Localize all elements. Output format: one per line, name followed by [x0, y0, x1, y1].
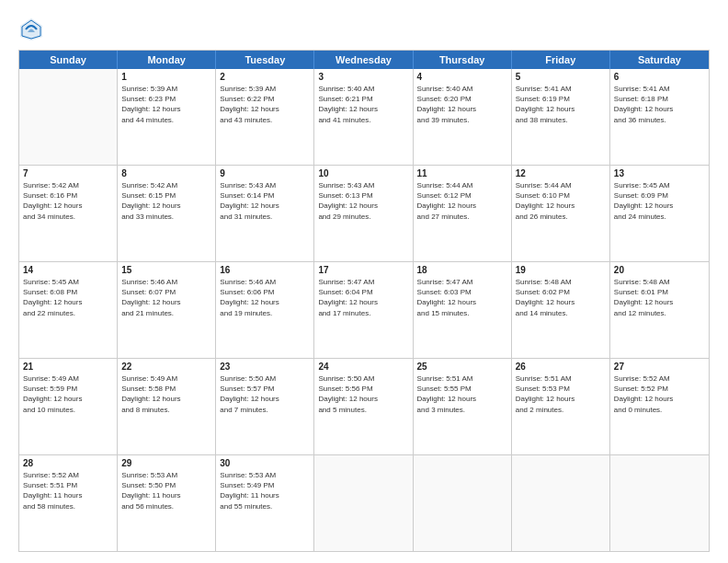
- cell-text: Sunrise: 5:39 AM Sunset: 6:22 PM Dayligh…: [220, 84, 310, 125]
- cal-cell-1-5: 12Sunrise: 5:44 AM Sunset: 6:10 PM Dayli…: [512, 166, 610, 261]
- cal-cell-3-2: 23Sunrise: 5:50 AM Sunset: 5:57 PM Dayli…: [216, 359, 314, 454]
- cal-cell-0-2: 2Sunrise: 5:39 AM Sunset: 6:22 PM Daylig…: [216, 69, 314, 165]
- cell-text: Sunrise: 5:41 AM Sunset: 6:19 PM Dayligh…: [516, 84, 606, 125]
- cell-text: Sunrise: 5:44 AM Sunset: 6:10 PM Dayligh…: [516, 180, 606, 222]
- cell-text: Sunrise: 5:39 AM Sunset: 6:23 PM Dayligh…: [121, 84, 211, 125]
- cell-text: Sunrise: 5:49 AM Sunset: 5:58 PM Dayligh…: [121, 373, 211, 415]
- cell-text: Sunrise: 5:52 AM Sunset: 5:51 PM Dayligh…: [23, 470, 113, 511]
- cal-header-friday: Friday: [512, 51, 610, 69]
- cal-cell-4-4: [414, 455, 512, 551]
- cal-cell-3-3: 24Sunrise: 5:50 AM Sunset: 5:56 PM Dayli…: [314, 359, 413, 454]
- cal-header-thursday: Thursday: [414, 51, 512, 69]
- calendar-header-row: SundayMondayTuesdayWednesdayThursdayFrid…: [19, 51, 709, 69]
- cal-cell-3-1: 22Sunrise: 5:49 AM Sunset: 5:58 PM Dayli…: [118, 359, 216, 454]
- day-number: 8: [121, 168, 211, 178]
- cal-cell-2-0: 14Sunrise: 5:45 AM Sunset: 6:08 PM Dayli…: [19, 262, 118, 358]
- day-number: 24: [318, 362, 408, 372]
- day-number: 15: [121, 265, 211, 275]
- day-number: 10: [318, 168, 408, 178]
- cal-cell-3-0: 21Sunrise: 5:49 AM Sunset: 5:59 PM Dayli…: [19, 359, 118, 454]
- cal-cell-1-0: 7Sunrise: 5:42 AM Sunset: 6:16 PM Daylig…: [19, 166, 118, 261]
- day-number: 25: [417, 362, 507, 372]
- day-number: 2: [220, 72, 310, 82]
- day-number: 17: [318, 265, 408, 275]
- cal-cell-1-3: 10Sunrise: 5:43 AM Sunset: 6:13 PM Dayli…: [314, 166, 413, 261]
- day-number: 6: [614, 72, 705, 82]
- cal-cell-2-2: 16Sunrise: 5:46 AM Sunset: 6:06 PM Dayli…: [216, 262, 314, 358]
- day-number: 4: [417, 72, 507, 82]
- cal-cell-2-4: 18Sunrise: 5:47 AM Sunset: 6:03 PM Dayli…: [414, 262, 512, 358]
- day-number: 16: [220, 265, 310, 275]
- cell-text: Sunrise: 5:50 AM Sunset: 5:56 PM Dayligh…: [318, 373, 408, 415]
- cal-header-monday: Monday: [118, 51, 216, 69]
- day-number: 12: [516, 168, 606, 178]
- cell-text: Sunrise: 5:46 AM Sunset: 6:07 PM Dayligh…: [121, 277, 211, 318]
- cal-cell-4-1: 29Sunrise: 5:53 AM Sunset: 5:50 PM Dayli…: [118, 455, 216, 551]
- cell-text: Sunrise: 5:44 AM Sunset: 6:12 PM Dayligh…: [417, 180, 507, 222]
- calendar: SundayMondayTuesdayWednesdayThursdayFrid…: [18, 50, 710, 552]
- cell-text: Sunrise: 5:53 AM Sunset: 5:49 PM Dayligh…: [220, 470, 310, 511]
- cal-header-wednesday: Wednesday: [314, 51, 413, 69]
- cal-cell-4-0: 28Sunrise: 5:52 AM Sunset: 5:51 PM Dayli…: [19, 455, 118, 551]
- cal-row-3: 21Sunrise: 5:49 AM Sunset: 5:59 PM Dayli…: [19, 359, 709, 455]
- cal-cell-0-1: 1Sunrise: 5:39 AM Sunset: 6:23 PM Daylig…: [118, 69, 216, 165]
- cal-cell-4-3: [314, 455, 413, 551]
- cal-cell-2-6: 20Sunrise: 5:48 AM Sunset: 6:01 PM Dayli…: [610, 262, 709, 358]
- cal-cell-3-5: 26Sunrise: 5:51 AM Sunset: 5:53 PM Dayli…: [512, 359, 610, 454]
- day-number: 7: [23, 168, 113, 178]
- day-number: 27: [614, 362, 705, 372]
- cell-text: Sunrise: 5:51 AM Sunset: 5:55 PM Dayligh…: [417, 373, 507, 415]
- cell-text: Sunrise: 5:40 AM Sunset: 6:21 PM Dayligh…: [318, 84, 408, 125]
- cal-cell-3-4: 25Sunrise: 5:51 AM Sunset: 5:55 PM Dayli…: [414, 359, 512, 454]
- cal-header-saturday: Saturday: [610, 51, 709, 69]
- cell-text: Sunrise: 5:53 AM Sunset: 5:50 PM Dayligh…: [121, 470, 211, 511]
- day-number: 11: [417, 168, 507, 178]
- page: SundayMondayTuesdayWednesdayThursdayFrid…: [0, 0, 728, 563]
- day-number: 26: [516, 362, 606, 372]
- day-number: 1: [121, 72, 211, 82]
- cal-header-sunday: Sunday: [19, 51, 118, 69]
- day-number: 13: [614, 168, 705, 178]
- cell-text: Sunrise: 5:47 AM Sunset: 6:04 PM Dayligh…: [318, 277, 408, 318]
- cell-text: Sunrise: 5:48 AM Sunset: 6:01 PM Dayligh…: [614, 277, 705, 318]
- cal-cell-0-6: 6Sunrise: 5:41 AM Sunset: 6:18 PM Daylig…: [610, 69, 709, 165]
- cal-row-1: 7Sunrise: 5:42 AM Sunset: 6:16 PM Daylig…: [19, 166, 709, 262]
- cell-text: Sunrise: 5:42 AM Sunset: 6:16 PM Dayligh…: [23, 180, 113, 222]
- cell-text: Sunrise: 5:52 AM Sunset: 5:52 PM Dayligh…: [614, 373, 705, 415]
- day-number: 18: [417, 265, 507, 275]
- logo: [18, 17, 48, 42]
- cal-cell-4-2: 30Sunrise: 5:53 AM Sunset: 5:49 PM Dayli…: [216, 455, 314, 551]
- day-number: 30: [220, 458, 310, 468]
- day-number: 9: [220, 168, 310, 178]
- cell-text: Sunrise: 5:45 AM Sunset: 6:08 PM Dayligh…: [23, 277, 113, 318]
- cal-cell-3-6: 27Sunrise: 5:52 AM Sunset: 5:52 PM Dayli…: [610, 359, 709, 454]
- day-number: 28: [23, 458, 113, 468]
- logo-icon: [18, 17, 44, 42]
- cal-cell-0-3: 3Sunrise: 5:40 AM Sunset: 6:21 PM Daylig…: [314, 69, 413, 165]
- calendar-body: 1Sunrise: 5:39 AM Sunset: 6:23 PM Daylig…: [19, 69, 709, 551]
- cell-text: Sunrise: 5:46 AM Sunset: 6:06 PM Dayligh…: [220, 277, 310, 318]
- cell-text: Sunrise: 5:49 AM Sunset: 5:59 PM Dayligh…: [23, 373, 113, 415]
- cal-row-0: 1Sunrise: 5:39 AM Sunset: 6:23 PM Daylig…: [19, 69, 709, 166]
- day-number: 20: [614, 265, 705, 275]
- cal-row-4: 28Sunrise: 5:52 AM Sunset: 5:51 PM Dayli…: [19, 455, 709, 551]
- cell-text: Sunrise: 5:43 AM Sunset: 6:14 PM Dayligh…: [220, 180, 310, 222]
- cal-cell-4-6: [610, 455, 709, 551]
- cell-text: Sunrise: 5:51 AM Sunset: 5:53 PM Dayligh…: [516, 373, 606, 415]
- day-number: 5: [516, 72, 606, 82]
- cal-cell-4-5: [512, 455, 610, 551]
- cell-text: Sunrise: 5:48 AM Sunset: 6:02 PM Dayligh…: [516, 277, 606, 318]
- cal-row-2: 14Sunrise: 5:45 AM Sunset: 6:08 PM Dayli…: [19, 262, 709, 359]
- cell-text: Sunrise: 5:43 AM Sunset: 6:13 PM Dayligh…: [318, 180, 408, 222]
- cal-cell-2-3: 17Sunrise: 5:47 AM Sunset: 6:04 PM Dayli…: [314, 262, 413, 358]
- cell-text: Sunrise: 5:41 AM Sunset: 6:18 PM Dayligh…: [614, 84, 705, 125]
- header: [18, 17, 710, 42]
- cal-cell-1-1: 8Sunrise: 5:42 AM Sunset: 6:15 PM Daylig…: [118, 166, 216, 261]
- cal-cell-1-6: 13Sunrise: 5:45 AM Sunset: 6:09 PM Dayli…: [610, 166, 709, 261]
- cal-cell-1-4: 11Sunrise: 5:44 AM Sunset: 6:12 PM Dayli…: [414, 166, 512, 261]
- day-number: 19: [516, 265, 606, 275]
- cell-text: Sunrise: 5:42 AM Sunset: 6:15 PM Dayligh…: [121, 180, 211, 222]
- cal-cell-2-5: 19Sunrise: 5:48 AM Sunset: 6:02 PM Dayli…: [512, 262, 610, 358]
- cell-text: Sunrise: 5:45 AM Sunset: 6:09 PM Dayligh…: [614, 180, 705, 222]
- cal-cell-2-1: 15Sunrise: 5:46 AM Sunset: 6:07 PM Dayli…: [118, 262, 216, 358]
